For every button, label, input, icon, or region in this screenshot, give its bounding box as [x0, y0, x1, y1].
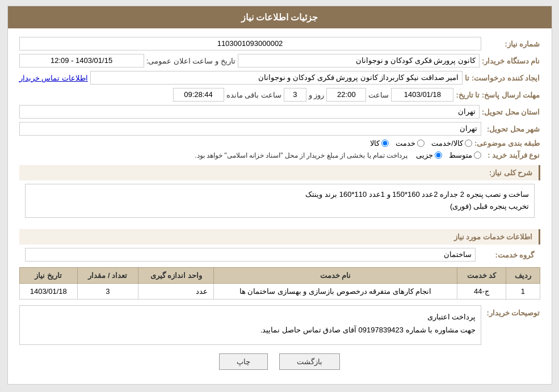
category-row: طبقه بندی موضوعی: کالا/خدمت خدمت کالا — [19, 139, 540, 147]
buyer-announce-row: نام دستگاه خریدار: کانون پرورش فکری کودک… — [19, 54, 540, 68]
category-khedmat-label: خدمت — [396, 139, 415, 147]
province-value: تهران — [19, 105, 480, 119]
need-desc-line1: ساخت و نصب پنجره 2 جداره 2عدد 160*150 و … — [305, 190, 529, 199]
purchase-motavasset-radio[interactable] — [474, 151, 481, 159]
province-row: استان محل تحویل: تهران — [19, 105, 540, 119]
city-label: شهر محل تحویل: — [484, 125, 540, 133]
purchase-type-radio-group: متوسط جزیی — [416, 151, 481, 159]
button-row: بازگشت چاپ — [19, 353, 540, 370]
category-label: طبقه بندی موضوعی: — [474, 139, 540, 147]
cell-name: انجام کارهای متفرقه درخصوص بازسازی و بهس… — [214, 284, 457, 300]
buyer-org-label: نام دستگاه خریدار: — [482, 57, 540, 65]
purchase-motavasset-label: متوسط — [449, 151, 472, 159]
col-header-unit: واحد اندازه گیری — [138, 268, 214, 284]
deadline-label: مهلت ارسال پاسخ: تا تاریخ: — [456, 91, 540, 99]
purchase-note: پرداخت تمام یا بخشی از مبلغ خریدار از مح… — [195, 151, 407, 159]
category-kala: کالا — [370, 139, 389, 147]
service-group-label: گروه خدمت: — [478, 251, 535, 259]
buyer-notes-line1: پرداخت اعتباری — [24, 310, 476, 323]
contact-link[interactable]: اطلاعات تماس خریدار — [19, 74, 88, 82]
category-kala-khedmat-radio[interactable] — [465, 140, 472, 147]
deadline-date: 1403/01/18 — [391, 88, 453, 102]
category-kala-khedmat-label: کالا/خدمت — [431, 139, 463, 147]
category-khedmat-radio[interactable] — [417, 140, 424, 147]
deadline-days: 3 — [284, 88, 306, 102]
announce-value: 1403/01/15 - 12:09 — [19, 54, 144, 68]
col-header-row: ردیف — [506, 268, 540, 284]
page-header: جزئیات اطلاعات نیاز — [8, 6, 552, 28]
province-label: استان محل تحویل: — [482, 108, 540, 116]
category-kala-label: کالا — [370, 139, 380, 147]
category-radio-group: کالا/خدمت خدمت کالا — [370, 139, 472, 147]
deadline-time: 22:00 — [326, 88, 366, 102]
creator-row: ایجاد کننده درخواست: تا امیر صداقت نیکو … — [19, 71, 540, 85]
cell-qty: 3 — [77, 284, 138, 300]
main-content: شماره نیاز: 1103001093000002 نام دستگاه … — [8, 28, 552, 384]
deadline-days-label: روز و — [309, 91, 325, 99]
deadline-remaining: 09:28:44 — [173, 88, 224, 102]
purchase-type-row: نوع فرآیند خرید : متوسط جزیی پرداخت تمام… — [19, 151, 540, 159]
need-number-row: شماره نیاز: 1103001093000002 — [19, 37, 540, 50]
back-button[interactable]: بازگشت — [279, 353, 340, 370]
need-number-label: شماره نیاز: — [484, 40, 540, 48]
city-row: شهر محل تحویل: تهران — [19, 122, 540, 136]
purchase-jozee: جزیی — [416, 151, 442, 159]
creator-label: ایجاد کننده درخواست: تا — [465, 74, 540, 82]
service-group-row: گروه خدمت: ساختمان — [19, 248, 540, 262]
purchase-type-label: نوع فرآیند خرید : — [484, 151, 540, 159]
announce-label: تاریخ و ساعت اعلان عمومی: — [146, 57, 236, 65]
buyer-notes-text: پرداخت اعتباری جهت مشاوره با شماره 09197… — [19, 305, 481, 345]
col-header-date: تاریخ نیاز — [19, 268, 77, 284]
buyer-notes-label: توصیحات خریدار: — [484, 305, 540, 317]
services-table: ردیف کد خدمت نام خدمت واحد اندازه گیری ت… — [19, 267, 540, 300]
purchase-motavasset: متوسط — [449, 151, 481, 159]
col-header-qty: تعداد / مقدار — [77, 268, 138, 284]
cell-date: 1403/01/18 — [19, 284, 77, 300]
need-description-text: ساخت و نصب پنجره 2 جداره 2عدد 160*150 و … — [25, 184, 535, 218]
need-description-container: ساخت و نصب پنجره 2 جداره 2عدد 160*150 و … — [19, 184, 540, 224]
deadline-remaining-label: ساعت باقی مانده — [226, 91, 281, 99]
purchase-jozee-label: جزیی — [416, 151, 433, 159]
creator-value: امیر صداقت نیکو کاربرداز کانون پرورش فکر… — [90, 71, 463, 85]
print-button[interactable]: چاپ — [219, 353, 268, 370]
city-value: تهران — [19, 122, 481, 136]
services-table-container: ردیف کد خدمت نام خدمت واحد اندازه گیری ت… — [19, 267, 540, 300]
col-header-code: کد خدمت — [457, 268, 506, 284]
service-group-value: ساختمان — [25, 248, 476, 262]
page-title: جزئیات اطلاعات نیاز — [241, 12, 318, 22]
buyer-notes-row: توصیحات خریدار: پرداخت اعتباری جهت مشاور… — [19, 305, 540, 345]
cell-row: 1 — [506, 284, 540, 300]
purchase-jozee-radio[interactable] — [435, 151, 442, 159]
services-section-title: اطلاعات خدمات مورد نیاز — [19, 229, 540, 245]
table-row: 1 ج-44 انجام کارهای متفرقه درخصوص بازساز… — [19, 284, 540, 300]
services-label: اطلاعات خدمات مورد نیاز — [454, 233, 533, 241]
buyer-org-value: کانون پرورش فکری کودکان و نوجوانان — [238, 54, 480, 68]
cell-code: ج-44 — [457, 284, 506, 300]
need-description-section-title: شرح کلی نیاز: — [19, 165, 540, 180]
col-header-name: نام خدمت — [214, 268, 457, 284]
need-number-value: 1103001093000002 — [19, 37, 481, 50]
deadline-row: مهلت ارسال پاسخ: تا تاریخ: 1403/01/18 سا… — [19, 88, 540, 102]
need-description-label: شرح کلی نیاز: — [489, 168, 533, 177]
category-khedmat: خدمت — [396, 139, 424, 147]
need-desc-line2: تخریب پنجره قبلی (فوری) — [450, 202, 529, 210]
category-kala-khedmat: کالا/خدمت — [431, 139, 472, 147]
cell-unit: عدد — [138, 284, 214, 300]
page-container: جزئیات اطلاعات نیاز شماره نیاز: 11030010… — [7, 6, 552, 385]
buyer-notes-line2: جهت مشاوره با شماره 09197839423 آقای صاد… — [24, 323, 476, 336]
deadline-time-label: ساعت — [368, 91, 389, 99]
category-kala-radio[interactable] — [381, 140, 389, 147]
